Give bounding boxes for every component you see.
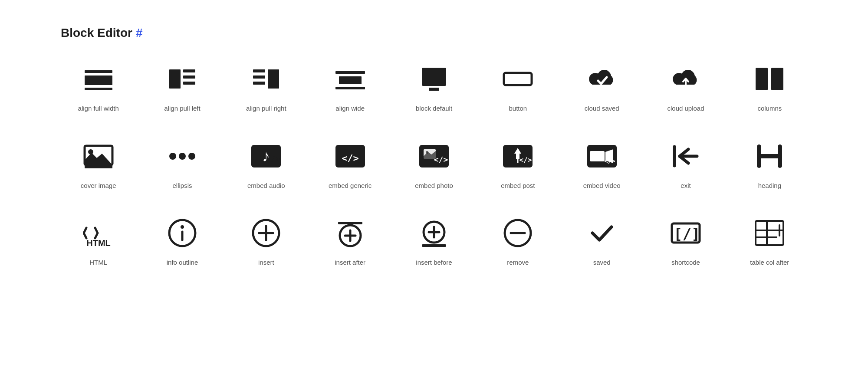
svg-rect-8	[253, 69, 265, 72]
remove-label: remove	[507, 258, 529, 267]
svg-rect-9	[253, 76, 265, 79]
icon-item-cloud-upload: cloud upload	[648, 62, 723, 113]
saved-icon	[585, 216, 619, 250]
block-default-icon	[417, 62, 451, 96]
align-full-width-icon	[81, 62, 116, 96]
info-outline-icon	[165, 216, 200, 250]
svg-rect-58	[338, 222, 362, 224]
embed-video-icon: </>	[585, 139, 619, 174]
svg-rect-11	[335, 71, 365, 74]
table-col-after-label: table col after	[750, 258, 789, 267]
block-default-label: block default	[416, 104, 452, 113]
icon-item-block-default: block default	[396, 62, 471, 113]
svg-rect-18	[756, 68, 768, 90]
exit-label: exit	[681, 181, 690, 190]
svg-text:HTML: HTML	[86, 238, 111, 248]
insert-before-label: insert before	[416, 258, 452, 267]
align-pull-right-label: align pull right	[246, 104, 286, 113]
embed-audio-icon: ♪ </>	[249, 139, 283, 174]
embed-video-label: embed video	[583, 181, 621, 190]
exit-icon	[668, 139, 703, 174]
svg-text:</>: </>	[519, 156, 532, 164]
ellipsis-label: ellipsis	[172, 181, 192, 190]
svg-rect-62	[422, 244, 446, 247]
embed-post-icon: </>	[500, 139, 535, 174]
svg-point-23	[88, 149, 93, 154]
svg-rect-41	[590, 151, 605, 161]
svg-point-50	[181, 225, 184, 229]
svg-rect-6	[183, 82, 195, 85]
embed-audio-label: embed audio	[247, 181, 285, 190]
svg-rect-14	[422, 68, 446, 86]
embed-generic-icon: </>	[333, 139, 368, 174]
insert-after-icon	[333, 216, 368, 250]
icon-item-exit: exit	[648, 139, 723, 190]
icon-item-embed-audio: ♪ </> embed audio	[229, 139, 304, 190]
icon-item-align-wide: align wide	[312, 62, 388, 113]
align-wide-label: align wide	[335, 104, 365, 113]
align-pull-left-icon	[165, 62, 200, 96]
icon-item-button: button	[480, 62, 556, 113]
saved-label: saved	[593, 258, 611, 267]
svg-rect-5	[183, 76, 195, 79]
svg-rect-21	[85, 166, 112, 168]
icon-item-info-outline: info outline	[145, 216, 220, 267]
columns-label: columns	[757, 104, 782, 113]
icon-item-align-pull-left: align pull left	[145, 62, 220, 113]
shortcode-icon: [/]	[668, 216, 703, 250]
cover-image-label: cover image	[81, 181, 116, 190]
svg-text:[/]: [/]	[674, 225, 700, 243]
icon-item-cloud-saved: cloud saved	[564, 62, 639, 113]
icon-item-align-pull-right: align pull right	[229, 62, 304, 113]
embed-photo-label: embed photo	[415, 181, 453, 190]
insert-icon	[249, 216, 283, 250]
cloud-upload-icon	[668, 62, 703, 96]
insert-after-label: insert after	[335, 258, 365, 267]
heading-label: heading	[758, 181, 781, 190]
html-label: HTML	[89, 258, 107, 267]
svg-rect-1	[85, 76, 112, 85]
svg-point-35	[426, 151, 428, 154]
icon-item-embed-photo: </> embed photo	[396, 139, 471, 190]
ellipsis-icon	[165, 139, 200, 174]
html-icon: HTML	[81, 216, 116, 250]
svg-rect-4	[183, 69, 195, 72]
remove-icon	[500, 216, 535, 250]
icon-grid: align full width align pull left	[61, 62, 807, 267]
page: Block Editor # align full width	[0, 0, 868, 371]
title-text: Block Editor	[61, 26, 132, 40]
cloud-saved-label: cloud saved	[585, 104, 619, 113]
svg-rect-3	[169, 69, 181, 89]
button-label: button	[509, 104, 527, 113]
align-wide-icon	[333, 62, 368, 96]
svg-text:</>: </>	[342, 153, 359, 164]
icon-item-heading: heading	[732, 139, 807, 190]
icon-item-align-full-width: align full width	[61, 62, 136, 113]
icon-item-insert: insert	[229, 216, 304, 267]
svg-point-24	[169, 153, 176, 160]
svg-rect-2	[85, 88, 112, 90]
icon-item-insert-after: insert after	[312, 216, 388, 267]
embed-generic-label: embed generic	[329, 181, 372, 190]
cloud-saved-icon	[585, 62, 619, 96]
svg-text:</>: </>	[604, 158, 615, 164]
insert-label: insert	[258, 258, 274, 267]
embed-post-label: embed post	[501, 181, 535, 190]
svg-point-26	[188, 153, 195, 160]
svg-rect-12	[339, 76, 362, 84]
svg-point-25	[179, 153, 186, 160]
align-pull-left-label: align pull left	[164, 104, 200, 113]
align-pull-right-icon	[249, 62, 283, 96]
cover-image-icon	[81, 139, 116, 174]
heading-icon	[752, 139, 787, 174]
icon-item-cover-image: cover image	[61, 139, 136, 190]
embed-photo-icon: </>	[417, 139, 451, 174]
cloud-upload-label: cloud upload	[667, 104, 704, 113]
svg-text:</>: </>	[266, 154, 280, 163]
svg-text:</>: </>	[434, 155, 448, 164]
icon-item-html: HTML HTML	[61, 216, 136, 267]
icon-item-embed-generic: </> embed generic	[312, 139, 388, 190]
svg-rect-16	[504, 73, 532, 85]
icon-item-embed-video: </> embed video	[564, 139, 639, 190]
icon-item-shortcode: [/] shortcode	[648, 216, 723, 267]
